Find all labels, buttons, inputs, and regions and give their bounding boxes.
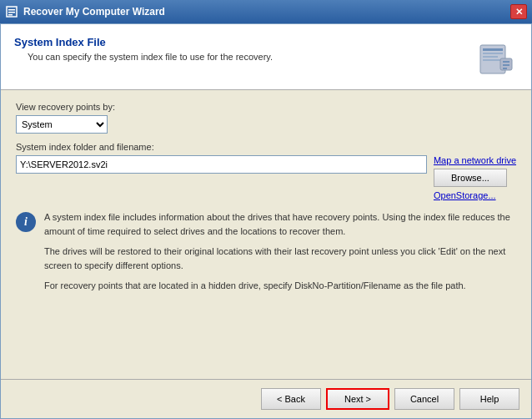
header-icon [474,36,518,79]
main-window: System Index File You can specify the sy… [0,23,532,419]
view-by-group: View recovery points by: System [16,102,516,134]
folder-group: System index folder and filename: Map a … [16,142,516,200]
footer: < Back Next > Cancel Help [1,379,531,418]
svg-rect-5 [483,48,503,51]
svg-rect-2 [8,12,15,13]
header-text: System Index File You can specify the sy… [14,36,474,62]
content-area: View recovery points by: System System i… [1,90,531,379]
links-section: Map a network drive Browse... OpenStorag… [427,155,516,200]
filename-and-links: Map a network drive Browse... OpenStorag… [16,155,516,200]
svg-rect-12 [503,68,507,69]
info-paragraph-2: The drives will be restored to their ori… [44,245,516,272]
svg-rect-8 [483,59,500,61]
dropdown-row: System [16,115,516,134]
back-button[interactable]: < Back [261,388,321,410]
info-box: i A system index file includes informati… [16,210,516,293]
info-paragraph-1: A system index file includes information… [44,210,516,238]
map-network-button[interactable]: Map a network drive [434,155,516,165]
svg-rect-1 [8,9,15,11]
cancel-button[interactable]: Cancel [394,388,454,410]
browse-button[interactable]: Browse... [434,169,507,187]
page-subtitle: You can specify the system index file to… [14,52,474,62]
svg-rect-7 [483,56,498,58]
view-by-dropdown[interactable]: System [16,115,108,134]
page-title: System Index File [14,36,474,48]
svg-rect-3 [8,14,13,16]
svg-rect-10 [503,61,509,63]
title-bar: Recover My Computer Wizard ✕ [0,0,532,23]
filename-section [16,155,427,174]
open-storage-button[interactable]: OpenStorage... [434,190,516,200]
info-paragraph-3: For recovery points that are located in … [44,279,516,293]
info-icon: i [16,212,36,232]
view-by-label: View recovery points by: [16,102,516,112]
window-title: Recover My Computer Wizard [23,6,510,18]
filename-input[interactable] [16,155,427,174]
svg-rect-11 [503,64,509,66]
next-button[interactable]: Next > [326,388,389,410]
help-button[interactable]: Help [459,388,519,410]
window-icon [5,5,18,18]
svg-rect-6 [483,53,503,54]
info-text: A system index file includes information… [44,210,516,293]
header: System Index File You can specify the sy… [1,24,531,90]
close-button[interactable]: ✕ [510,4,527,19]
folder-label: System index folder and filename: [16,142,516,152]
